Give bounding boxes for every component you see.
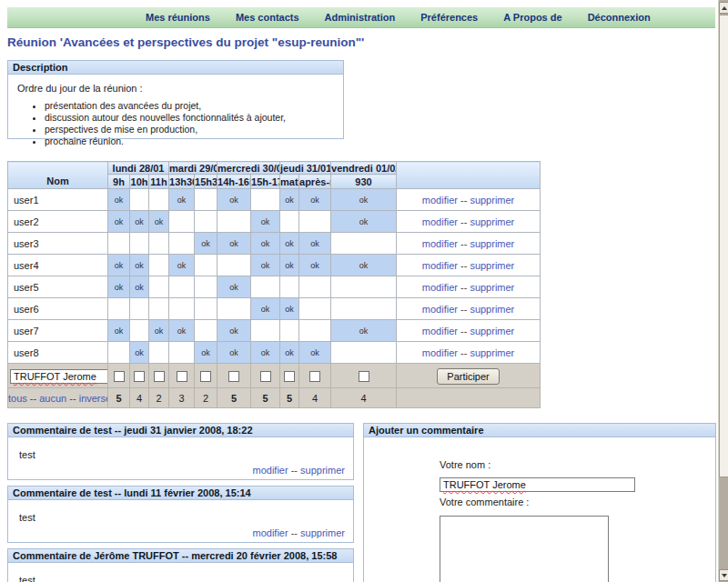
delete-link[interactable]: supprimer xyxy=(470,304,514,315)
comment-box: Commentaire de test -- lundi 11 février … xyxy=(7,486,354,543)
user-row: user4okokokokokokokmodifier -- supprimer xyxy=(8,255,541,276)
slot-header: 14h-16h xyxy=(217,175,251,189)
availability-cell xyxy=(251,276,280,298)
modify-comment-link[interactable]: modifier xyxy=(253,527,288,538)
delete-link[interactable]: supprimer xyxy=(470,347,514,358)
nav-item-mes-contacts[interactable]: Mes contacts xyxy=(236,12,299,23)
availability-cell xyxy=(217,298,251,320)
availability-cell xyxy=(169,211,195,233)
day-header: mercredi 30/01 xyxy=(217,162,280,175)
user-row: user1okokokokokokmodifier -- supprimer xyxy=(8,189,541,211)
user-name-cell: user3 xyxy=(8,233,108,255)
availability-cell xyxy=(149,255,169,276)
participate-cell: Participer xyxy=(397,364,541,388)
comment-header: Commentaire de Jérôme TRUFFOT -- mercred… xyxy=(8,549,353,563)
nav-item-preferences[interactable]: Préférences xyxy=(420,12,478,23)
availability-cell: ok xyxy=(251,255,280,276)
agenda-list: présentation des avancées du projet, dis… xyxy=(45,100,334,146)
scrollbar-thumb[interactable] xyxy=(719,15,728,477)
availability-cell: ok xyxy=(169,255,195,276)
availability-cell xyxy=(195,189,217,211)
slot-checkbox[interactable] xyxy=(177,371,187,382)
availability-cell xyxy=(251,320,280,342)
select-all-link[interactable]: tous xyxy=(8,393,27,404)
availability-cell xyxy=(149,233,169,255)
nav-item-a-propos-de[interactable]: A Propos de xyxy=(503,12,561,23)
nav-item-administration[interactable]: Administration xyxy=(325,12,396,23)
modify-link[interactable]: modifier xyxy=(422,216,458,227)
availability-cell: ok xyxy=(331,320,397,342)
availability-cell xyxy=(149,298,169,320)
slot-checkbox[interactable] xyxy=(114,371,125,382)
slot-checkbox[interactable] xyxy=(134,371,145,382)
availability-cell: ok xyxy=(149,211,169,233)
availability-cell xyxy=(195,320,217,342)
delete-link[interactable]: supprimer xyxy=(470,238,514,249)
modify-link[interactable]: modifier xyxy=(422,304,458,315)
availability-cell xyxy=(299,276,331,298)
row-actions-cell: modifier -- supprimer xyxy=(397,211,541,233)
description-box: Description Ordre du jour de la réunion … xyxy=(7,60,344,139)
row-actions-cell: modifier -- supprimer xyxy=(397,342,541,364)
availability-cell xyxy=(331,298,397,320)
availability-cell: ok xyxy=(195,342,217,364)
modify-comment-link[interactable]: modifier xyxy=(253,465,288,476)
description-body: Ordre du jour de la réunion : présentati… xyxy=(8,75,343,146)
user-row: user8okokokokokokmodifier -- supprimer xyxy=(8,342,541,364)
modify-link[interactable]: modifier xyxy=(422,347,458,358)
availability-cell: ok xyxy=(251,233,280,255)
name-column-header: Nom xyxy=(8,162,108,189)
slot-checkbox[interactable] xyxy=(309,371,320,382)
nav-item-deconnexion[interactable]: Déconnexion xyxy=(588,12,651,23)
slot-header: 15h-17h xyxy=(251,175,280,189)
row-actions-cell: modifier -- supprimer xyxy=(397,189,541,211)
delete-link[interactable]: supprimer xyxy=(470,282,514,293)
slot-checkbox[interactable] xyxy=(260,371,271,382)
participate-button[interactable]: Participer xyxy=(437,368,499,385)
invert-selection-link[interactable]: inverser xyxy=(79,393,108,404)
delete-link[interactable]: supprimer xyxy=(470,216,514,227)
slot-header: 930 xyxy=(331,175,397,189)
participant-name-input[interactable]: TRUFFOT Jerome xyxy=(10,369,108,384)
row-actions-cell: modifier -- supprimer xyxy=(397,233,541,255)
your-name-input[interactable]: TRUFFOT Jerome xyxy=(440,477,635,492)
delete-link[interactable]: supprimer xyxy=(470,260,514,271)
modify-link[interactable]: modifier xyxy=(422,195,458,206)
delete-link[interactable]: supprimer xyxy=(470,326,514,336)
agenda-intro: Ordre du jour de la réunion : xyxy=(17,83,334,94)
count-cell: 5 xyxy=(108,388,130,408)
delete-comment-link[interactable]: supprimer xyxy=(300,527,345,538)
modify-link[interactable]: modifier xyxy=(422,238,458,249)
slot-checkbox[interactable] xyxy=(200,371,211,382)
slot-checkbox[interactable] xyxy=(154,371,165,382)
add-comment-box: Ajouter un commentaire Votre nom : TRUFF… xyxy=(363,423,716,582)
comment-text: test xyxy=(19,512,35,523)
comment-header: Commentaire de test -- lundi 11 février … xyxy=(8,487,353,500)
availability-cell xyxy=(108,233,130,255)
your-comment-textarea[interactable] xyxy=(440,516,609,582)
user-row: user5okokokmodifier -- supprimer xyxy=(8,276,541,298)
select-none-link[interactable]: aucun xyxy=(39,393,66,404)
delete-link[interactable]: supprimer xyxy=(470,195,514,206)
slot-checkbox[interactable] xyxy=(284,371,295,382)
availability-cell xyxy=(169,276,195,298)
availability-cell xyxy=(169,233,195,255)
selection-links-cell: tous -- aucun -- inverser xyxy=(8,388,108,408)
nav-item-mes-reunions[interactable]: Mes réunions xyxy=(146,12,210,23)
availability-cell xyxy=(217,211,251,233)
vertical-scrollbar[interactable] xyxy=(718,0,728,582)
slot-checkbox[interactable] xyxy=(228,371,239,382)
availability-cell xyxy=(149,189,169,211)
modify-link[interactable]: modifier xyxy=(422,260,458,271)
slot-checkbox[interactable] xyxy=(359,371,369,382)
modify-link[interactable]: modifier xyxy=(422,326,458,336)
delete-comment-link[interactable]: supprimer xyxy=(300,465,345,476)
user-row: user2okokokokokmodifier -- supprimer xyxy=(8,211,541,233)
modify-link[interactable]: modifier xyxy=(422,282,458,293)
user-name-cell: user2 xyxy=(8,211,108,233)
slot-header: 10h xyxy=(130,175,149,189)
availability-cell: ok xyxy=(299,233,331,255)
scroll-up-button[interactable] xyxy=(719,2,728,14)
availability-cell xyxy=(280,211,299,233)
scroll-down-button[interactable] xyxy=(719,569,728,581)
